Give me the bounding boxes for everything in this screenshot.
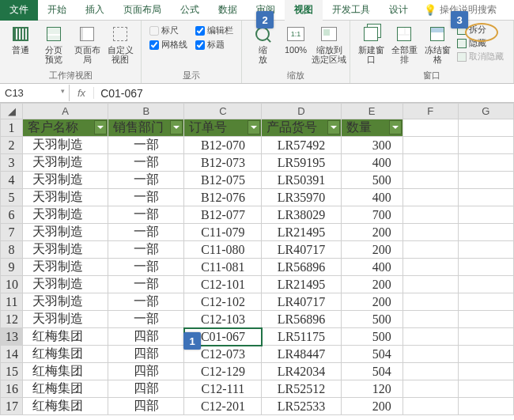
cell-D4[interactable]: LR50391 [262, 172, 341, 189]
cell-A15[interactable]: 红梅集团 [23, 363, 108, 380]
cell-C3[interactable]: B12-073 [184, 154, 262, 172]
chk-ruler[interactable]: 标尺 [149, 25, 187, 36]
row-header-3[interactable]: 3 [1, 154, 23, 172]
cell-F16[interactable] [403, 380, 458, 398]
row-header-4[interactable]: 4 [1, 172, 23, 189]
cell-C17[interactable]: C12-201 [184, 398, 262, 415]
cell-B5[interactable]: 一部 [108, 189, 184, 206]
cell-E4[interactable]: 500 [341, 172, 403, 189]
cell-F11[interactable] [403, 293, 458, 311]
filter-btn-0[interactable] [94, 120, 107, 134]
cell-A9[interactable]: 天羽制造 [23, 259, 108, 276]
row-header-8[interactable]: 8 [1, 241, 23, 259]
col-header-B[interactable]: B [108, 104, 184, 119]
tab-insert[interactable]: 插入 [76, 0, 114, 21]
row-header-7[interactable]: 7 [1, 224, 23, 241]
filter-btn-3[interactable] [327, 120, 340, 134]
cell-D12[interactable]: LR56896 [262, 311, 341, 328]
cell-C11[interactable]: C12-102 [184, 293, 262, 311]
cell-F13[interactable] [403, 328, 458, 346]
cell-B15[interactable]: 四部 [108, 363, 184, 380]
col-header-A[interactable]: A [23, 104, 108, 119]
cell-B13[interactable]: 四部 [108, 328, 184, 346]
row-header-2[interactable]: 2 [1, 137, 23, 154]
cell-G11[interactable] [458, 293, 513, 311]
cell-F7[interactable] [403, 224, 458, 241]
cell-A4[interactable]: 天羽制造 [23, 172, 108, 189]
cell-C15[interactable]: C12-129 [184, 363, 262, 380]
cell-E3[interactable]: 400 [341, 154, 403, 172]
filter-btn-2[interactable] [248, 120, 260, 134]
row-header-9[interactable]: 9 [1, 259, 23, 276]
cell-F1[interactable] [403, 119, 458, 137]
cell-F5[interactable] [403, 189, 458, 206]
cell-G9[interactable] [458, 259, 513, 276]
row-header-15[interactable]: 15 [1, 363, 23, 380]
cell-G10[interactable] [458, 276, 513, 293]
btn-unhide[interactable]: 取消隐藏 [457, 51, 504, 62]
cell-B9[interactable]: 一部 [108, 259, 184, 276]
tab-design[interactable]: 设计 [380, 0, 418, 21]
btn-zoom[interactable]: 缩 放 [247, 23, 278, 66]
tab-data[interactable]: 数据 [209, 0, 247, 21]
cell-D2[interactable]: LR57492 [262, 137, 341, 154]
row-header-11[interactable]: 11 [1, 293, 23, 311]
cell-D15[interactable]: LR42034 [262, 363, 341, 380]
cell-E8[interactable]: 200 [341, 241, 403, 259]
cell-G7[interactable] [458, 224, 513, 241]
cell-G12[interactable] [458, 311, 513, 328]
cell-E6[interactable]: 700 [341, 206, 403, 224]
row-header-1[interactable]: 1 [1, 119, 23, 137]
cell-F3[interactable] [403, 154, 458, 172]
btn-zoom-100[interactable]: 1:1100% [280, 23, 312, 56]
cell-E11[interactable]: 200 [341, 293, 403, 311]
tab-file[interactable]: 文件 [0, 0, 38, 21]
btn-zoom-to-selection[interactable]: 缩放到 选定区域 [313, 23, 345, 66]
cell-D8[interactable]: LR40717 [262, 241, 341, 259]
btn-custom-views[interactable]: 自定义视图 [104, 23, 136, 66]
cell-B12[interactable]: 一部 [108, 311, 184, 328]
chk-formulabar[interactable]: 编辑栏 [195, 25, 233, 36]
row-header-14[interactable]: 14 [1, 346, 23, 363]
cell-A16[interactable]: 红梅集团 [23, 380, 108, 398]
cell-G1[interactable] [458, 119, 513, 137]
row-header-17[interactable]: 17 [1, 398, 23, 415]
cell-A11[interactable]: 天羽制造 [23, 293, 108, 311]
cell-E2[interactable]: 300 [341, 137, 403, 154]
cell-D14[interactable]: LR48447 [262, 346, 341, 363]
cell-C9[interactable]: C11-081 [184, 259, 262, 276]
btn-page-layout[interactable]: 页面布局 [71, 23, 103, 66]
cell-F6[interactable] [403, 206, 458, 224]
cell-A8[interactable]: 天羽制造 [23, 241, 108, 259]
cell-F9[interactable] [403, 259, 458, 276]
cell-F4[interactable] [403, 172, 458, 189]
cell-B7[interactable]: 一部 [108, 224, 184, 241]
tab-pagelayout[interactable]: 页面布局 [114, 0, 171, 21]
cell-A2[interactable]: 天羽制造 [23, 137, 108, 154]
cell-C5[interactable]: B12-076 [184, 189, 262, 206]
cell-D9[interactable]: LR56896 [262, 259, 341, 276]
btn-pagebreak-preview[interactable]: 分页 预览 [38, 23, 70, 66]
row-header-16[interactable]: 16 [1, 380, 23, 398]
cell-B16[interactable]: 四部 [108, 380, 184, 398]
cell-A10[interactable]: 天羽制造 [23, 276, 108, 293]
cell-G2[interactable] [458, 137, 513, 154]
tab-formulas[interactable]: 公式 [171, 0, 209, 21]
row-header-10[interactable]: 10 [1, 276, 23, 293]
cell-E12[interactable]: 500 [341, 311, 403, 328]
cell-A6[interactable]: 天羽制造 [23, 206, 108, 224]
cell-D5[interactable]: LR35970 [262, 189, 341, 206]
cell-A13[interactable]: 红梅集团 [23, 328, 108, 346]
cell-G14[interactable] [458, 346, 513, 363]
filter-btn-4[interactable] [389, 120, 402, 134]
tab-developer[interactable]: 开发工具 [323, 0, 380, 21]
cell-C6[interactable]: B12-077 [184, 206, 262, 224]
cell-B14[interactable]: 四部 [108, 346, 184, 363]
chk-headings[interactable]: 标题 [195, 39, 233, 51]
cell-G8[interactable] [458, 241, 513, 259]
cell-C8[interactable]: C11-080 [184, 241, 262, 259]
cell-A12[interactable]: 天羽制造 [23, 311, 108, 328]
name-box[interactable]: C13 [0, 85, 70, 101]
cell-A5[interactable]: 天羽制造 [23, 189, 108, 206]
cell-F2[interactable] [403, 137, 458, 154]
